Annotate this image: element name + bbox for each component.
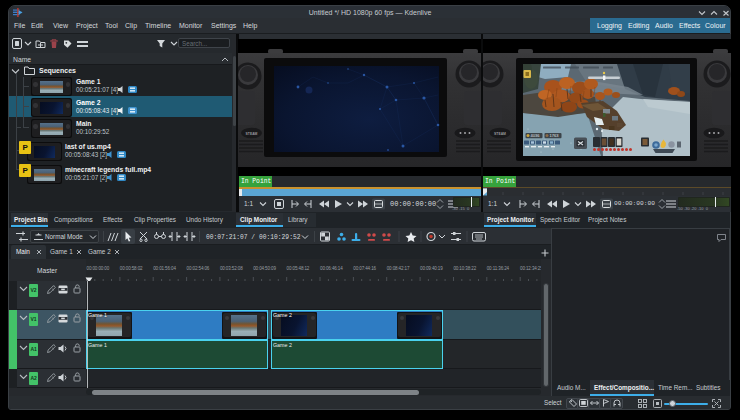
svg-text:4036: 4036	[531, 133, 541, 138]
svg-text:STEAM: STEAM	[494, 132, 506, 136]
svg-text:1763: 1763	[550, 133, 560, 138]
svg-text:STEAM: STEAM	[246, 132, 258, 136]
